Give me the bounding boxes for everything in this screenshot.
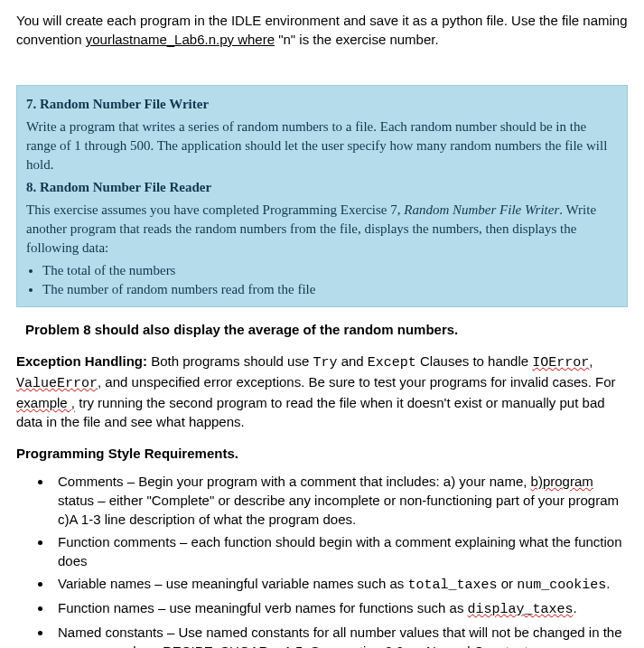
exc-example: example , [16,395,75,410]
exception-handling-paragraph: Exception Handling: Both programs should… [16,352,628,431]
exc-except: Except [368,355,416,371]
exercise8-bullets: The total of the numbers The number of r… [42,261,618,299]
style-item-comments: Comments – Begin your program with a com… [52,472,628,529]
sb1-squiggle: b)program [531,474,593,489]
style-list: Comments – Begin your program with a com… [52,472,628,648]
sb3b: or [497,576,517,591]
style-title: Programming Style Requirements. [16,444,628,463]
ex8-body-italic: Random Number File Writer [404,202,559,217]
problem8-note: Problem 8 should also display the averag… [25,320,628,339]
sb3a: Variable names – use meaningful variable… [58,576,407,591]
style-item-func-comments: Function comments – each function should… [52,532,628,570]
exc-p2b: , and unspecified error exceptions. Be s… [98,374,616,390]
sb4b: . [574,600,577,615]
exc-try: Try [313,355,337,371]
style-item-varnames: Variable names – use meaningful variable… [52,574,628,595]
exc-ioerror: IOError [532,355,589,371]
sb4-code: display_taxes [468,602,574,617]
style-item-constants: Named constants – Use named constants fo… [52,623,628,648]
exc-valueerror: ValueError [16,376,98,391]
exercise8-body: This exercise assumes you have completed… [26,201,618,258]
ex8-bullet-1: The total of the numbers [42,261,618,280]
exc-p1a: Both programs should use [147,353,313,369]
ex8-bullet-2: The number of random numbers read from t… [42,280,618,299]
exc-p1c: Clauses to handle [416,353,532,369]
sb4a: Function names – use meaningful verb nam… [58,600,468,615]
exercise-box: 7. Random Number File Writer Write a pro… [16,85,628,307]
sb3-code2: num_cookies [517,578,606,593]
exc-p2c: try running the second program to read t… [16,395,605,429]
intro-text-b: "n" is the exercise number. [275,32,439,47]
ex8-body-a: This exercise assumes you have completed… [26,202,404,217]
sb3c: . [606,576,610,591]
intro-paragraph: You will create each program in the IDLE… [16,11,628,49]
sb1b: status – either "Complete" or describe a… [58,493,619,527]
intro-filename: yourlastname_Lab6.n.py where [86,32,275,47]
exc-p1b: and [337,353,367,369]
sb3-code1: total_taxes [407,578,497,593]
exercise8-heading: 8. Random Number File Reader [26,178,618,197]
exc-p2a: , [589,353,593,369]
exc-title: Exception Handling: [16,353,147,369]
sb1a: Comments – Begin your program with a com… [58,474,531,489]
exercise7-body: Write a program that writes a series of … [26,117,618,174]
style-item-funcnames: Function names – use meaningful verb nam… [52,598,628,619]
exercise7-heading: 7. Random Number File Writer [26,95,618,114]
